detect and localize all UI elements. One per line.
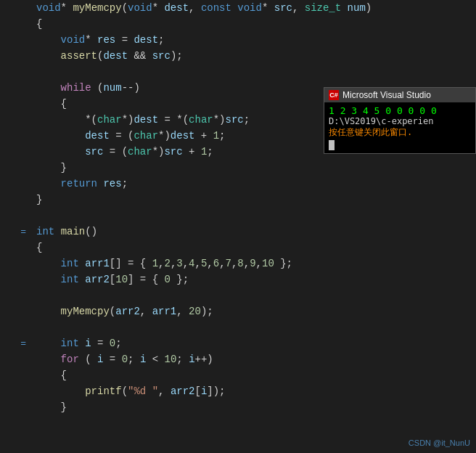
editor-container: void* myMemcpy(void* dest, const void* s…	[0, 0, 476, 453]
code-line: }	[0, 399, 476, 415]
console-titlebar: C# Microsoft Visual Studio	[324, 88, 475, 102]
watermark: CSDN @it_NunU	[409, 438, 470, 447]
console-overlay: C# Microsoft Visual Studio 1 2 3 4 5 0 0…	[324, 87, 476, 154]
line-code: {	[32, 240, 476, 256]
console-output-nums: 1 2 3 4 5 0 0 0 0 0	[329, 105, 471, 116]
line-code: void* myMemcpy(void* dest, const void* s…	[32, 0, 476, 16]
line-code: void* res = dest;	[32, 32, 476, 48]
line-code	[32, 287, 476, 303]
code-line: }	[0, 192, 476, 208]
line-code: myMemcpy(arr2, arr1, 20);	[32, 303, 476, 319]
console-app-icon: C#	[329, 90, 339, 100]
line-code	[32, 64, 476, 80]
code-line: assert(dest && src);	[0, 48, 476, 64]
code-line: int arr2[10] = { 0 };	[0, 272, 476, 287]
code-line: for ( i = 0; i < 10; i++)	[0, 351, 476, 367]
line-code: {	[32, 367, 476, 383]
line-code: assert(dest && src);	[32, 48, 476, 64]
code-line: =int main()	[0, 224, 476, 240]
line-code: return res;	[32, 176, 476, 192]
line-number: =	[3, 224, 32, 240]
code-line: void* myMemcpy(void* dest, const void* s…	[0, 0, 476, 16]
line-code: int main()	[32, 224, 476, 240]
code-line: }	[0, 160, 476, 176]
console-cursor	[329, 140, 335, 150]
code-line: {	[0, 16, 476, 32]
line-code	[32, 319, 476, 335]
code-line: {	[0, 367, 476, 383]
code-line: printf("%d ", arr2[i]);	[0, 383, 476, 399]
console-title: Microsoft Visual Studio	[342, 90, 431, 100]
line-code: printf("%d ", arr2[i]);	[32, 383, 476, 399]
line-code: for ( i = 0; i < 10; i++)	[32, 351, 476, 367]
line-code: {	[32, 16, 476, 32]
line-code: int arr2[10] = { 0 };	[32, 272, 476, 287]
code-line	[0, 287, 476, 303]
line-code	[32, 208, 476, 224]
console-output-path: D:\VS2019\c-experien	[329, 116, 471, 126]
code-line: void* res = dest;	[0, 32, 476, 48]
code-line	[0, 208, 476, 224]
code-line: return res;	[0, 176, 476, 192]
code-line: = int i = 0;	[0, 335, 476, 351]
line-code: int i = 0;	[32, 335, 476, 351]
code-line	[0, 64, 476, 80]
code-line: myMemcpy(arr2, arr1, 20);	[0, 303, 476, 319]
line-number: =	[3, 336, 32, 352]
code-line	[0, 319, 476, 335]
console-body: 1 2 3 4 5 0 0 0 0 0 D:\VS2019\c-experien…	[324, 102, 475, 153]
line-code: }	[32, 399, 476, 415]
code-area: void* myMemcpy(void* dest, const void* s…	[0, 0, 476, 453]
code-line: {	[0, 240, 476, 256]
line-code: int arr1[] = { 1,2,3,4,5,6,7,8,9,10 };	[32, 256, 476, 272]
console-close-msg: 按任意键关闭此窗口.	[329, 126, 471, 139]
console-cursor-line	[329, 139, 471, 150]
line-code: }	[32, 192, 476, 208]
code-line: int arr1[] = { 1,2,3,4,5,6,7,8,9,10 };	[0, 256, 476, 272]
line-code: }	[32, 160, 476, 176]
